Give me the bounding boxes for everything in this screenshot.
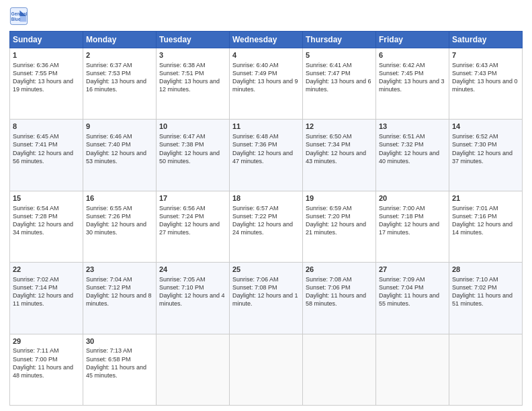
sunset-text: Sunset: 7:16 PM [452, 213, 497, 220]
sunset-text: Sunset: 7:06 PM [306, 284, 351, 291]
sunset-text: Sunset: 7:28 PM [13, 213, 58, 220]
daylight-text: Daylight: 11 hours and 48 minutes. [13, 364, 73, 379]
calendar-cell: 10Sunrise: 6:47 AMSunset: 7:38 PMDayligh… [157, 120, 230, 191]
calendar-cell: 27Sunrise: 7:09 AMSunset: 7:04 PMDayligh… [376, 263, 449, 334]
col-header-thursday: Thursday [303, 32, 376, 48]
daylight-text: Daylight: 12 hours and 1 minute. [232, 292, 298, 307]
logo-icon: General Blue [9, 7, 28, 26]
calendar-week-4: 22Sunrise: 7:02 AMSunset: 7:14 PMDayligh… [10, 263, 523, 334]
sunset-text: Sunset: 7:12 PM [86, 284, 131, 291]
sunset-text: Sunset: 7:36 PM [232, 141, 277, 148]
day-number: 10 [159, 122, 226, 132]
calendar-cell [230, 334, 303, 405]
logo: General Blue [9, 7, 28, 26]
calendar-cell: 7Sunrise: 6:43 AMSunset: 7:43 PMDaylight… [449, 48, 523, 120]
day-number: 28 [452, 265, 519, 275]
daylight-text: Daylight: 11 hours and 55 minutes. [379, 292, 439, 307]
sunrise-text: Sunrise: 7:05 AM [159, 276, 206, 283]
day-number: 7 [452, 50, 519, 60]
sunset-text: Sunset: 7:22 PM [232, 213, 277, 220]
sunset-text: Sunset: 7:14 PM [13, 284, 58, 291]
calendar-cell: 18Sunrise: 6:57 AMSunset: 7:22 PMDayligh… [230, 191, 303, 262]
col-header-friday: Friday [376, 32, 449, 48]
day-number: 14 [452, 122, 519, 132]
sunrise-text: Sunrise: 7:01 AM [452, 205, 498, 212]
sunrise-text: Sunrise: 7:13 AM [86, 347, 132, 354]
calendar-week-2: 8Sunrise: 6:45 AMSunset: 7:41 PMDaylight… [10, 120, 523, 191]
calendar-cell: 28Sunrise: 7:10 AMSunset: 7:02 PMDayligh… [449, 263, 523, 334]
sunrise-text: Sunrise: 6:57 AM [232, 205, 279, 212]
sunset-text: Sunset: 7:34 PM [306, 141, 351, 148]
sunrise-text: Sunrise: 7:09 AM [379, 276, 425, 283]
sunrise-text: Sunrise: 6:42 AM [379, 62, 425, 68]
calendar-cell: 2Sunrise: 6:37 AMSunset: 7:53 PMDaylight… [83, 48, 157, 120]
day-number: 6 [379, 50, 446, 60]
day-number: 25 [232, 265, 300, 275]
svg-text:Blue: Blue [11, 17, 21, 21]
calendar-week-5: 29Sunrise: 7:11 AMSunset: 7:00 PMDayligh… [10, 334, 523, 405]
daylight-text: Daylight: 12 hours and 11 minutes. [13, 292, 73, 307]
day-number: 24 [159, 265, 226, 275]
sunrise-text: Sunrise: 6:54 AM [13, 205, 59, 212]
day-number: 5 [306, 50, 373, 60]
sunrise-text: Sunrise: 6:55 AM [86, 205, 132, 212]
col-header-tuesday: Tuesday [157, 32, 230, 48]
sunset-text: Sunset: 7:08 PM [232, 284, 277, 291]
sunrise-text: Sunrise: 7:02 AM [13, 276, 59, 283]
day-number: 27 [379, 265, 446, 275]
day-number: 4 [232, 50, 300, 60]
daylight-text: Daylight: 12 hours and 21 minutes. [306, 221, 366, 236]
sunrise-text: Sunrise: 7:08 AM [306, 276, 352, 283]
calendar-cell: 16Sunrise: 6:55 AMSunset: 7:26 PMDayligh… [83, 191, 157, 262]
daylight-text: Daylight: 13 hours and 6 minutes. [306, 78, 371, 93]
calendar-cell: 1Sunrise: 6:36 AMSunset: 7:55 PMDaylight… [10, 48, 83, 120]
sunrise-text: Sunrise: 6:59 AM [306, 205, 352, 212]
day-number: 3 [159, 50, 226, 60]
sunrise-text: Sunrise: 6:46 AM [86, 133, 132, 140]
sunset-text: Sunset: 7:26 PM [86, 213, 131, 220]
daylight-text: Daylight: 12 hours and 4 minutes. [159, 292, 225, 307]
col-header-sunday: Sunday [10, 32, 83, 48]
sunset-text: Sunset: 6:58 PM [86, 356, 131, 363]
day-number: 30 [86, 336, 153, 347]
sunrise-text: Sunrise: 6:41 AM [306, 62, 352, 68]
sunrise-text: Sunrise: 6:50 AM [306, 133, 352, 140]
sunset-text: Sunset: 7:32 PM [379, 141, 424, 148]
daylight-text: Daylight: 13 hours and 0 minutes. [452, 78, 518, 93]
sunset-text: Sunset: 7:02 PM [452, 284, 497, 291]
day-number: 16 [86, 193, 153, 203]
sunset-text: Sunset: 7:30 PM [452, 141, 497, 148]
calendar-cell: 29Sunrise: 7:11 AMSunset: 7:00 PMDayligh… [10, 334, 83, 405]
daylight-text: Daylight: 12 hours and 43 minutes. [306, 150, 366, 165]
col-header-monday: Monday [83, 32, 157, 48]
sunrise-text: Sunrise: 6:45 AM [13, 133, 59, 140]
sunrise-text: Sunrise: 6:37 AM [86, 62, 132, 68]
col-header-saturday: Saturday [449, 32, 523, 48]
day-number: 2 [86, 50, 153, 60]
day-number: 20 [379, 193, 446, 203]
sunset-text: Sunset: 7:40 PM [86, 141, 131, 148]
calendar-cell [157, 334, 230, 405]
daylight-text: Daylight: 11 hours and 58 minutes. [306, 292, 366, 307]
calendar-cell: 14Sunrise: 6:52 AMSunset: 7:30 PMDayligh… [449, 120, 523, 191]
daylight-text: Daylight: 12 hours and 50 minutes. [159, 150, 220, 165]
calendar-cell: 26Sunrise: 7:08 AMSunset: 7:06 PMDayligh… [303, 263, 376, 334]
calendar-cell: 12Sunrise: 6:50 AMSunset: 7:34 PMDayligh… [303, 120, 376, 191]
calendar-cell: 4Sunrise: 6:40 AMSunset: 7:49 PMDaylight… [230, 48, 303, 120]
calendar-cell: 20Sunrise: 7:00 AMSunset: 7:18 PMDayligh… [376, 191, 449, 262]
daylight-text: Daylight: 12 hours and 40 minutes. [379, 150, 439, 165]
sunrise-text: Sunrise: 6:52 AM [452, 133, 498, 140]
calendar-cell: 8Sunrise: 6:45 AMSunset: 7:41 PMDaylight… [10, 120, 83, 191]
daylight-text: Daylight: 12 hours and 37 minutes. [452, 150, 513, 165]
page: General Blue SundayMondayTuesdayWednesda… [0, 0, 532, 411]
daylight-text: Daylight: 13 hours and 9 minutes. [232, 78, 298, 93]
sunset-text: Sunset: 7:43 PM [452, 70, 497, 77]
sunrise-text: Sunrise: 6:48 AM [232, 133, 279, 140]
day-number: 13 [379, 122, 446, 132]
sunset-text: Sunset: 7:10 PM [159, 284, 204, 291]
sunrise-text: Sunrise: 6:47 AM [159, 133, 206, 140]
day-number: 19 [306, 193, 373, 203]
daylight-text: Daylight: 12 hours and 53 minutes. [86, 150, 146, 165]
sunrise-text: Sunrise: 7:06 AM [232, 276, 279, 283]
day-number: 22 [13, 265, 80, 275]
